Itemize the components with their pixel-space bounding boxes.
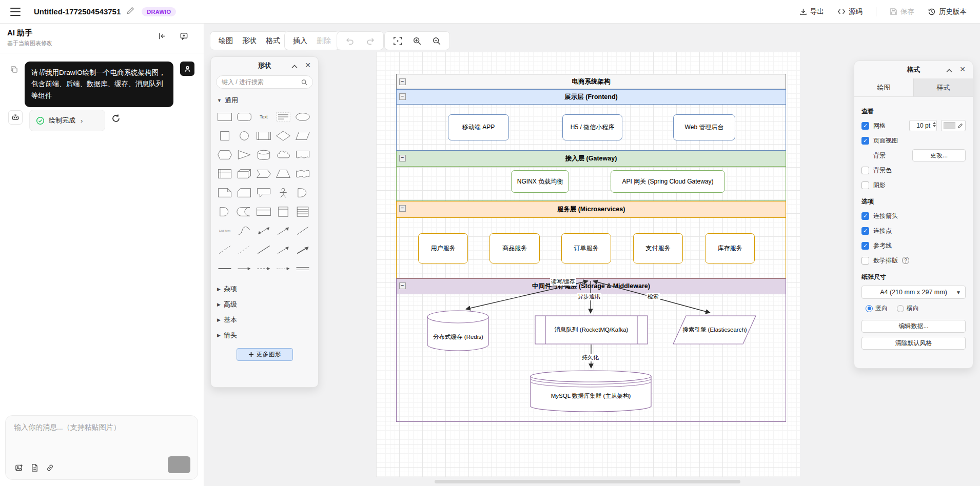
collapse-shapes-panel-icon[interactable]: [291, 62, 298, 71]
add-image-icon[interactable]: [15, 463, 24, 472]
mysql-cylinder-shape[interactable]: [530, 370, 652, 412]
help-icon[interactable]: ?: [902, 257, 909, 264]
attach-file-icon[interactable]: [31, 463, 38, 472]
shape-search-input[interactable]: [222, 78, 301, 86]
shape-triangle[interactable]: [234, 147, 254, 163]
toolbar-delete[interactable]: 删除: [317, 36, 331, 46]
shape-cube[interactable]: [234, 166, 254, 181]
shape-note[interactable]: [215, 185, 234, 200]
node-payment-service[interactable]: 支付服务: [633, 233, 683, 264]
collapse-minus-icon[interactable]: −: [399, 78, 406, 85]
collapse-minus-icon[interactable]: −: [399, 282, 406, 289]
source-button[interactable]: 源码: [837, 7, 863, 16]
shape-textbox[interactable]: [273, 109, 293, 125]
collapse-panel-icon[interactable]: [158, 32, 167, 43]
shape-or[interactable]: [293, 185, 312, 200]
shape-vertical-container[interactable]: [273, 204, 293, 219]
section-misc[interactable]: ▶ 杂项: [211, 281, 318, 297]
hamburger-menu-icon[interactable]: [10, 8, 21, 16]
shape-list[interactable]: [293, 204, 312, 219]
section-advanced[interactable]: ▶ 高级: [211, 297, 318, 312]
shape-step[interactable]: [254, 166, 273, 181]
shape-dashed-arrow[interactable]: [254, 261, 273, 276]
connection-points-checkbox[interactable]: [861, 227, 869, 235]
history-button[interactable]: 历史版本: [928, 7, 967, 16]
redo-icon[interactable]: [366, 37, 375, 45]
shape-list-item[interactable]: List Item: [215, 223, 234, 238]
shape-document[interactable]: [293, 147, 312, 163]
close-format-panel-icon[interactable]: ✕: [959, 66, 966, 73]
node-nginx[interactable]: NGINX 负载均衡: [511, 170, 569, 193]
fit-view-icon[interactable]: [393, 36, 402, 46]
toolbar-insert[interactable]: 插入: [293, 36, 307, 46]
section-arrows[interactable]: ▶ 箭头: [211, 328, 318, 343]
zoom-out-icon[interactable]: [432, 36, 441, 46]
node-web-admin[interactable]: Web 管理后台: [673, 114, 735, 140]
portrait-radio[interactable]: 竖向: [866, 304, 888, 313]
shape-process[interactable]: [254, 128, 273, 144]
shape-callout[interactable]: [254, 185, 273, 200]
shape-square[interactable]: [215, 128, 234, 144]
collapse-format-panel-icon[interactable]: [946, 66, 952, 75]
node-inventory-service[interactable]: 库存服务: [705, 233, 755, 264]
close-shapes-panel-icon[interactable]: ✕: [305, 62, 311, 69]
shape-dotted-arrow[interactable]: [273, 261, 293, 276]
edit-data-button[interactable]: 编辑数据...: [861, 320, 966, 333]
toolbar-format[interactable]: 格式: [266, 36, 280, 46]
export-button[interactable]: 导出: [799, 7, 824, 16]
shape-actor[interactable]: [273, 185, 293, 200]
shape-rectangle[interactable]: [215, 109, 234, 125]
toolbar-draw[interactable]: 绘图: [219, 36, 233, 46]
copy-message-icon[interactable]: [10, 66, 18, 75]
layer-services[interactable]: − 服务层 (Microservices) 用户服务 商品服务 订单服务 支付服…: [396, 201, 786, 278]
shape-horizontal-line[interactable]: [215, 261, 234, 276]
shape-data-storage[interactable]: [234, 204, 254, 219]
shape-hexagon[interactable]: [215, 147, 234, 163]
horizontal-scrollbar[interactable]: [435, 480, 740, 483]
grid-color-swatch[interactable]: [941, 120, 966, 131]
guides-checkbox[interactable]: [861, 242, 869, 250]
clear-default-style-button[interactable]: 清除默认风格: [861, 337, 966, 350]
shape-trapezoid[interactable]: [273, 166, 293, 181]
shape-curve[interactable]: [234, 223, 254, 238]
paper-size-select[interactable]: A4 (210 mm x 297 mm) ▼: [861, 286, 966, 299]
shape-dashed-line[interactable]: [215, 242, 234, 257]
node-order-service[interactable]: 订单服务: [561, 233, 611, 264]
more-shapes-button[interactable]: 更多图形: [237, 348, 293, 361]
redis-cylinder-shape[interactable]: [427, 310, 489, 352]
section-basic[interactable]: ▶ 基本: [211, 312, 318, 328]
regenerate-icon[interactable]: [111, 114, 121, 125]
collapse-minus-icon[interactable]: −: [399, 93, 406, 100]
shape-bidirectional-arrow[interactable]: [254, 223, 273, 238]
save-button[interactable]: 保存: [890, 7, 914, 16]
message-input[interactable]: [14, 423, 188, 452]
section-general[interactable]: ▼ 通用: [211, 93, 318, 108]
draw-complete-chip[interactable]: 绘制完成 ›: [29, 110, 105, 131]
shape-dotted-line[interactable]: [234, 242, 254, 257]
edit-title-icon[interactable]: [127, 7, 134, 16]
shape-text[interactable]: Text: [254, 109, 273, 125]
shape-and[interactable]: [215, 204, 234, 219]
shape-diamond[interactable]: [273, 128, 293, 144]
canvas[interactable]: − 电商系统架构 − 展示层 (Frontend) 移动端 APP H5 / 微…: [376, 52, 800, 477]
node-user-service[interactable]: 用户服务: [418, 233, 468, 264]
shape-cylinder[interactable]: [254, 147, 273, 163]
send-button[interactable]: [168, 456, 190, 473]
node-h5-miniprogram[interactable]: H5 / 微信小程序: [562, 114, 622, 140]
shape-horizontal-arrow[interactable]: [234, 261, 254, 276]
node-api-gateway[interactable]: API 网关 (Spring Cloud Gateway): [611, 170, 725, 193]
shape-line[interactable]: [254, 242, 273, 257]
grid-size-stepper[interactable]: [933, 122, 936, 127]
undo-icon[interactable]: [345, 37, 355, 45]
shape-rounded-rectangle[interactable]: [234, 109, 254, 125]
link-icon[interactable]: [46, 463, 54, 472]
node-product-service[interactable]: 商品服务: [489, 233, 540, 264]
landscape-radio[interactable]: 横向: [897, 304, 919, 313]
shape-link[interactable]: [293, 261, 312, 276]
shape-parallelogram[interactable]: [293, 128, 312, 144]
shape-circle[interactable]: [234, 128, 254, 144]
shape-card[interactable]: [234, 185, 254, 200]
new-chat-icon[interactable]: [180, 32, 188, 43]
layer-frontend[interactable]: − 展示层 (Frontend) 移动端 APP H5 / 微信小程序 Web …: [396, 89, 786, 151]
zoom-in-icon[interactable]: [413, 36, 422, 46]
